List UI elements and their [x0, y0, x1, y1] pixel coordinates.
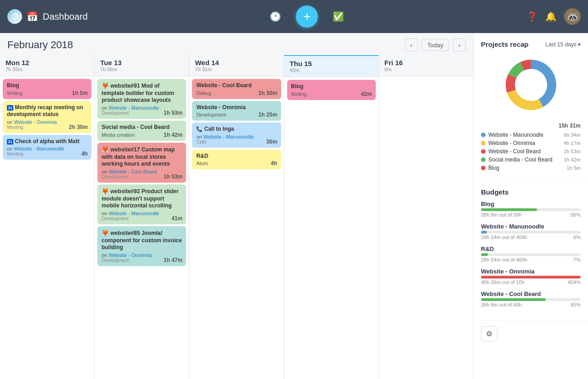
day-events: Blog Writing 42m	[284, 77, 379, 379]
jira-icon: 31	[7, 105, 13, 111]
day-events: Blog Writing 1h 5m 31 Monthly recap meet…	[0, 76, 94, 379]
event-category: Calls	[196, 139, 277, 145]
legend-list: Website - Manunoodle 6h 34m Website - Om…	[481, 132, 581, 171]
event-card[interactable]: Website - Omnimia Development 1h 25m	[192, 101, 281, 121]
jira-icon: 31	[7, 139, 13, 145]
event-time: 1h 42m	[164, 132, 182, 138]
projects-recap-header: Projects recap Last 15 days ▾	[481, 40, 581, 48]
day-column-mon12: Mon 127h 35m Blog Writing 1h 5m 31 Month…	[0, 55, 95, 379]
topbar-right: ❓ 🔔 🦝	[526, 8, 581, 25]
budget-bar-bg	[481, 298, 581, 301]
history-button[interactable]: 🕐	[270, 11, 281, 22]
day-column-fri16: Fri 160m	[379, 55, 473, 379]
event-card[interactable]: R&D Atom 4h	[192, 150, 281, 170]
notifications-button[interactable]: 🔔	[545, 11, 557, 22]
budget-bar	[481, 298, 546, 301]
event-time: 1h 30m	[258, 90, 277, 96]
budget-item: Website - Cool Beard 39h 8m out of 60h 6…	[481, 290, 581, 307]
event-time: 1h 47m	[164, 257, 182, 263]
event-time: 1h 25m	[258, 111, 277, 118]
day-hours: 42m	[290, 67, 373, 73]
budget-used: 24h 14m out of 400h	[481, 234, 527, 240]
event-title: 31 Monthly recap meeting on development …	[7, 104, 87, 118]
event-card[interactable]: 📞 Call to Inga on Website - ManunoodleCa…	[192, 123, 281, 148]
topbar: 📅 Dashboard 🕐 + ✅ ❓ 🔔 🦝	[0, 0, 588, 33]
legend-value: 4h 17m	[564, 140, 581, 146]
event-card[interactable]: 31 Check of alpha with Matt on Website -…	[3, 135, 91, 160]
budgets-list: Blog 28h 8m out of 50h 56% Website - Man…	[481, 201, 581, 307]
event-card[interactable]: 31 Monthly recap meeting on development …	[3, 101, 91, 133]
budget-bar-bg	[481, 253, 581, 256]
event-time: 1h 5m	[72, 90, 88, 96]
days-container: Mon 127h 35m Blog Writing 1h 5m 31 Month…	[0, 55, 473, 379]
legend-label: Social media - Cool Beard	[488, 156, 564, 163]
app-title: Dashboard	[43, 11, 88, 22]
checkmark-button[interactable]: ✅	[333, 11, 344, 22]
budget-pct: 6%	[573, 234, 581, 240]
day-hours: 0m	[384, 67, 468, 72]
total-time: 15h 31m	[481, 123, 581, 129]
help-button[interactable]: ❓	[526, 11, 538, 22]
budget-pct: 56%	[571, 212, 581, 217]
budget-name: Website - Manunoodle	[481, 223, 581, 230]
legend-label: Website - Cool Beard	[488, 148, 564, 155]
event-card[interactable]: 🦊 website#85 Joomla! component for custo…	[97, 226, 186, 266]
day-events: Website - Cool Beard Debug 1h 30m Websit…	[189, 76, 283, 379]
projects-recap-section: Projects recap Last 15 days ▾ 15h 31m We…	[474, 33, 588, 181]
event-card[interactable]: Social media - Cool Beard Media creation…	[97, 121, 186, 141]
settings-button[interactable]: ⚙	[481, 326, 498, 341]
legend-item: Social media - Cool Beard 1h 42m	[481, 156, 581, 163]
legend-label: Website - Omnimia	[488, 140, 564, 146]
day-header: Thu 1542m	[284, 56, 379, 77]
topbar-left: 📅 Dashboard	[7, 9, 88, 24]
main-content: February 2018 ‹ Today › Mon 127h 35m Blo…	[0, 33, 588, 379]
budget-pct: 7%	[573, 257, 581, 262]
calendar-header: February 2018 ‹ Today ›	[0, 33, 473, 55]
budget-bar-bg	[481, 276, 581, 279]
event-card[interactable]: Blog Writing 42m	[287, 80, 376, 100]
event-project: on Website - Manunoodle	[196, 134, 277, 139]
event-card[interactable]: Blog Writing 1h 5m	[3, 79, 91, 99]
add-button[interactable]: +	[296, 6, 318, 28]
event-category: Development	[102, 216, 182, 221]
day-events	[379, 76, 473, 379]
event-time: 1h 53m	[164, 110, 182, 116]
event-card[interactable]: Website - Cool Beard Debug 1h 30m	[192, 79, 281, 99]
event-card[interactable]: 🦊 website#17 Custom map with data on loc…	[97, 143, 186, 183]
legend-value: 6h 34m	[564, 132, 581, 138]
legend-item: Website - Cool Beard 1h 53m	[481, 148, 581, 155]
budget-used: 28h 8m out of 50h	[481, 212, 522, 217]
budget-bar-bg	[481, 231, 581, 234]
event-time: 1h 53m	[164, 173, 182, 180]
event-title: R&D	[196, 153, 277, 160]
event-time: 4h	[81, 150, 88, 157]
day-column-tue13: Tue 137h 56m 🦊 website#91 Mod of templat…	[95, 55, 189, 379]
donut-chart	[481, 53, 581, 117]
event-time: 36m	[266, 139, 277, 145]
budget-bar	[481, 231, 487, 234]
event-card[interactable]: 🦊 website#92 Product slider module doesn…	[97, 184, 186, 224]
legend-item: Website - Manunoodle 6h 34m	[481, 132, 581, 138]
projects-recap-title: Projects recap	[481, 40, 528, 48]
fox-icon: 🦊	[102, 188, 109, 195]
budgets-header: Budgets	[481, 188, 581, 196]
prev-button[interactable]: ‹	[405, 39, 418, 51]
panel-bottom: ⚙	[474, 321, 588, 347]
budget-item: R&D 28h 54m out of 400h 7%	[481, 245, 581, 262]
next-button[interactable]: ›	[453, 39, 466, 51]
budget-pct: 404%	[568, 279, 581, 285]
event-title: Website - Cool Beard	[196, 82, 277, 89]
fox-icon: 🦊	[102, 146, 109, 153]
event-time: 4h	[271, 160, 277, 167]
topbar-center: 🕐 + ✅	[88, 6, 526, 28]
day-hours: 7h 31m	[195, 67, 278, 72]
budget-meta: 24h 14m out of 400h 6%	[481, 234, 581, 240]
avatar[interactable]: 🦝	[564, 8, 581, 25]
period-filter[interactable]: Last 15 days ▾	[545, 41, 581, 48]
event-card[interactable]: 🦊 website#91 Mod of template builder for…	[97, 79, 186, 119]
budget-bar	[481, 253, 488, 256]
filter-label: Last 15 days	[545, 41, 577, 48]
legend-dot	[481, 157, 486, 162]
today-button[interactable]: Today	[421, 39, 449, 51]
budget-used: 28h 54m out of 400h	[481, 257, 527, 262]
